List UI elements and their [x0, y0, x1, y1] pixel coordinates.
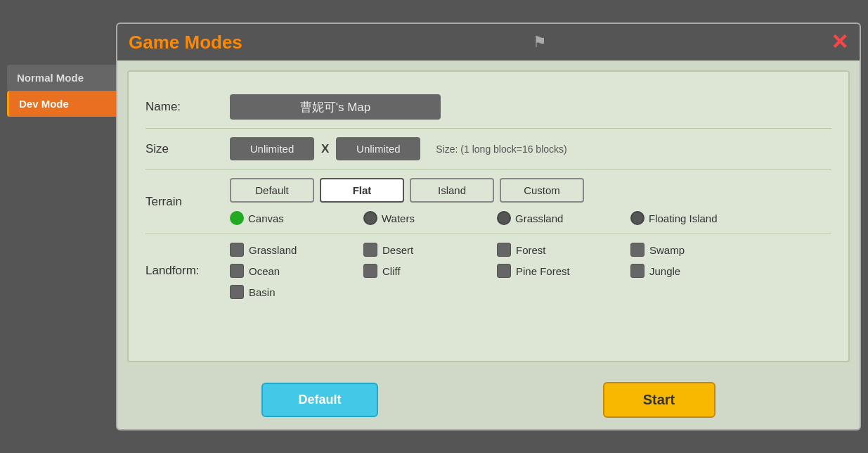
default-button[interactable]: Default [261, 383, 377, 417]
radio-floating-island[interactable]: Floating Island [630, 211, 764, 225]
radio-label-canvas: Canvas [248, 212, 284, 224]
checkbox-box-forest [497, 243, 511, 257]
name-input[interactable] [230, 94, 441, 120]
checkbox-swamp[interactable]: Swamp [630, 243, 764, 257]
checkbox-forest[interactable]: Forest [497, 243, 630, 257]
checkbox-box-desert [363, 243, 377, 257]
sidebar: Normal Mode Dev Mode [7, 65, 116, 117]
sidebar-btn-normal-mode[interactable]: Normal Mode [7, 65, 116, 91]
radio-label-floating-island: Floating Island [649, 212, 718, 224]
size-row: Size Unlimited X Unlimited Size: (1 long… [145, 129, 831, 170]
checkbox-box-basin [230, 285, 244, 299]
checkbox-label-desert: Desert [382, 244, 413, 256]
checkbox-basin[interactable]: Basin [230, 285, 363, 299]
title-bar: Game Modes ⚑ ✕ [117, 24, 860, 60]
terrain-label: Terrain [145, 195, 230, 209]
content-area: Name: Size Unlimited X Unlimited Size: (… [127, 70, 850, 362]
checkbox-box-ocean [230, 264, 244, 278]
checkbox-cliff[interactable]: Cliff [363, 264, 497, 278]
checkbox-label-swamp: Swamp [649, 244, 685, 256]
checkbox-label-forest: Forest [516, 244, 546, 256]
radio-canvas[interactable]: Canvas [230, 211, 363, 225]
name-label: Name: [145, 100, 230, 114]
radio-label-grassland: Grassland [515, 212, 563, 224]
terrain-buttons: Default Flat Island Custom [230, 178, 831, 203]
radio-circle-grassland [497, 211, 511, 225]
checkbox-box-grassland [230, 243, 244, 257]
checkbox-label-pine-forest: Pine Forest [516, 265, 570, 277]
terrain-row: Terrain Default Flat Island Custom Canva… [145, 170, 831, 234]
landform-row-3: Basin [230, 285, 831, 299]
terrain-btn-flat[interactable]: Flat [320, 178, 404, 203]
size-width-btn[interactable]: Unlimited [230, 137, 314, 160]
radio-circle-floating-island [630, 211, 644, 225]
start-button[interactable]: Start [603, 382, 715, 418]
landform-col: Grassland Desert Forest Swamp [230, 243, 831, 299]
dialog-title: Game Modes [129, 32, 242, 53]
size-label: Size [145, 142, 230, 156]
checkbox-ocean[interactable]: Ocean [230, 264, 363, 278]
radio-circle-canvas [230, 211, 244, 225]
landform-row-1: Grassland Desert Forest Swamp [230, 243, 831, 257]
checkbox-pine-forest[interactable]: Pine Forest [497, 264, 630, 278]
checkbox-label-cliff: Cliff [382, 265, 401, 277]
terrain-radios: Canvas Waters Grassland Floating Is [230, 211, 831, 225]
checkbox-box-swamp [630, 243, 644, 257]
checkbox-label-ocean: Ocean [249, 265, 280, 277]
landform-row: Landform: Grassland Desert [145, 234, 831, 307]
size-note: Size: (1 long block=16 blocks) [436, 143, 566, 155]
terrain-btn-island[interactable]: Island [410, 178, 494, 203]
checkbox-desert[interactable]: Desert [363, 243, 497, 257]
radio-label-waters: Waters [382, 212, 415, 224]
terrain-btn-default[interactable]: Default [230, 178, 314, 203]
checkbox-grassland[interactable]: Grassland [230, 243, 363, 257]
checkbox-label-jungle: Jungle [649, 265, 680, 277]
size-controls: Unlimited X Unlimited Size: (1 long bloc… [230, 137, 567, 160]
radio-waters[interactable]: Waters [363, 211, 497, 225]
size-height-btn[interactable]: Unlimited [336, 137, 420, 160]
game-modes-dialog: Game Modes ⚑ ✕ Name: Size Unlimited X Un… [116, 23, 861, 430]
name-row: Name: [145, 86, 831, 129]
radio-circle-waters [363, 211, 377, 225]
checkbox-label-basin: Basin [249, 286, 276, 298]
footer: Default Start [117, 372, 860, 429]
checkbox-box-cliff [363, 264, 377, 278]
terrain-btn-custom[interactable]: Custom [500, 178, 584, 203]
terrain-col: Default Flat Island Custom Canvas Waters [230, 178, 831, 225]
size-separator: X [321, 142, 329, 156]
checkbox-label-grassland: Grassland [249, 244, 297, 256]
close-button[interactable]: ✕ [831, 32, 848, 53]
radio-grassland[interactable]: Grassland [497, 211, 630, 225]
landform-row-2: Ocean Cliff Pine Forest Jungle [230, 264, 831, 278]
title-icon: ⚑ [533, 33, 547, 51]
sidebar-btn-dev-mode[interactable]: Dev Mode [7, 91, 116, 117]
landform-label: Landform: [145, 264, 230, 278]
checkbox-box-pine-forest [497, 264, 511, 278]
checkbox-jungle[interactable]: Jungle [630, 264, 764, 278]
checkbox-box-jungle [630, 264, 644, 278]
